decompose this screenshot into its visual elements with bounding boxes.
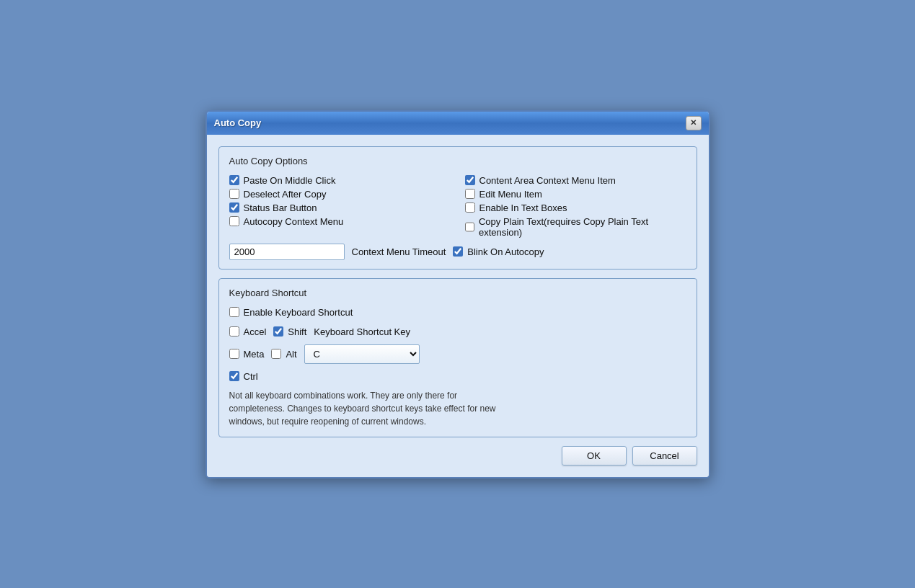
blink-row: Blink On Autocopy [453,245,544,259]
accel-checkbox[interactable] [229,326,239,337]
timeout-row: Context Menu Timeout Blink On Autocopy [229,244,686,260]
alt-label[interactable]: Alt [286,349,296,360]
enable-textbox-label[interactable]: Enable In Text Boxes [479,202,567,213]
copy-plain-label[interactable]: Copy Plain Text(requires Copy Plain Text… [479,216,686,238]
accel-row: Accel [229,325,267,339]
meta-label[interactable]: Meta [244,349,265,360]
blink-label[interactable]: Blink On Autocopy [467,246,544,257]
alt-row: Alt [271,347,296,361]
auto-copy-options-group: Auto Copy Options Paste On Middle Click … [218,146,697,270]
meta-alt-key-row: Meta Alt C A B D E F G H [229,344,686,364]
paste-middle-checkbox[interactable] [229,175,239,185]
enable-keyboard-row: Enable Keyboard Shortcut [229,306,686,319]
meta-checkbox[interactable] [229,349,239,359]
status-bar-row: Status Bar Button [229,201,451,215]
left-options: Paste On Middle Click Deselect After Cop… [229,174,451,239]
ok-button[interactable]: OK [562,446,627,466]
right-options: Content Area Context Menu Item Edit Menu… [465,174,686,239]
ctrl-label[interactable]: Ctrl [244,371,258,382]
status-bar-label[interactable]: Status Bar Button [244,202,317,213]
autocopy-menu-label[interactable]: Autocopy Context Menu [244,216,344,227]
shift-label[interactable]: Shift [288,326,306,337]
timeout-input[interactable] [229,244,345,260]
deselect-after-label[interactable]: Deselect After Copy [244,189,327,200]
enable-keyboard-label[interactable]: Enable Keyboard Shortcut [244,307,353,318]
alt-checkbox[interactable] [271,349,281,359]
content-area-row: Content Area Context Menu Item [465,174,686,187]
ctrl-checkbox[interactable] [229,371,239,381]
copy-plain-row: Copy Plain Text(requires Copy Plain Text… [465,215,686,239]
content-area-label[interactable]: Content Area Context Menu Item [479,175,616,186]
autocopy-menu-row: Autocopy Context Menu [229,215,451,228]
shift-row: Shift [273,325,306,339]
copy-plain-checkbox[interactable] [465,222,474,232]
button-row: OK Cancel [218,446,697,466]
edit-menu-label[interactable]: Edit Menu Item [479,189,542,200]
accel-label[interactable]: Accel [244,326,267,337]
deselect-after-checkbox[interactable] [229,189,239,199]
enable-textbox-checkbox[interactable] [465,202,475,213]
enable-keyboard-checkbox[interactable] [229,307,239,317]
auto-copy-dialog: Auto Copy ✕ Auto Copy Options Paste On M… [205,110,710,478]
deselect-after-row: Deselect After Copy [229,187,451,201]
keyboard-label: Keyboard Shortcut [229,288,686,298]
paste-middle-label[interactable]: Paste On Middle Click [244,175,336,186]
meta-row: Meta [229,347,265,361]
enable-textbox-row: Enable In Text Boxes [465,201,686,215]
status-bar-checkbox[interactable] [229,202,239,213]
options-grid: Paste On Middle Click Deselect After Cop… [229,174,686,239]
accel-shift-row: Accel Shift Keyboard Shortcut Key [229,325,686,339]
blink-checkbox[interactable] [453,246,463,257]
cancel-button[interactable]: Cancel [632,446,697,466]
auto-copy-options-label: Auto Copy Options [229,156,686,166]
title-bar: Auto Copy ✕ [207,112,709,135]
keyboard-shortcut-group: Keyboard Shortcut Enable Keyboard Shortc… [218,278,697,437]
content-area-checkbox[interactable] [465,175,475,185]
edit-menu-row: Edit Menu Item [465,187,686,201]
autocopy-menu-checkbox[interactable] [229,216,239,226]
edit-menu-checkbox[interactable] [465,189,475,199]
timeout-label: Context Menu Timeout [352,246,446,257]
close-button[interactable]: ✕ [686,116,702,130]
key-select[interactable]: C A B D E F G H [304,344,420,364]
key-label: Keyboard Shortcut Key [314,326,410,337]
window-title: Auto Copy [214,117,262,128]
shift-checkbox[interactable] [273,326,283,337]
paste-middle-row: Paste On Middle Click [229,174,451,187]
ctrl-row: Ctrl [229,370,686,383]
keyboard-note: Not all keyboard combinations work. They… [229,389,503,428]
window-body: Auto Copy Options Paste On Middle Click … [207,135,709,477]
